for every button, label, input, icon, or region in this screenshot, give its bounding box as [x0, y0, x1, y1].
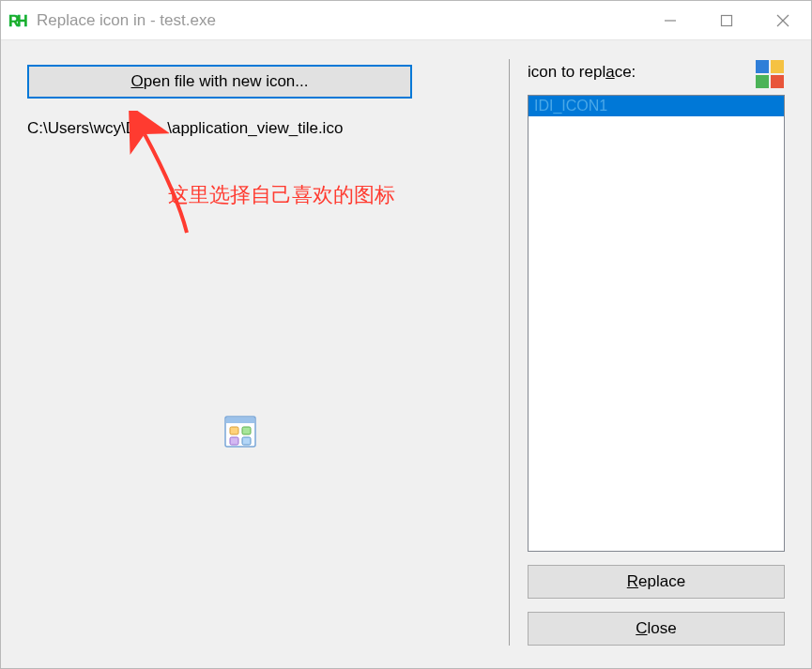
maximize-button[interactable]	[698, 1, 755, 39]
file-path-label: C:\Users\wcy\Des...\application_view_til…	[27, 119, 489, 138]
icon-to-replace-label: icon to replace:	[528, 59, 636, 82]
window: R H Replace icon in - test.exe Open file…	[0, 0, 812, 669]
close-button[interactable]: Close	[528, 612, 785, 646]
annotation-text: 这里选择自己喜欢的图标	[168, 181, 395, 209]
right-header: icon to replace:	[528, 59, 785, 89]
icon-preview	[224, 416, 256, 448]
titlebar: R H Replace icon in - test.exe	[1, 1, 811, 40]
svg-rect-7	[226, 418, 254, 423]
svg-rect-11	[242, 437, 251, 445]
replace-button-label: Replace	[627, 572, 685, 591]
open-file-button[interactable]: Open file with new icon...	[27, 65, 412, 99]
app-icon: R H	[8, 10, 29, 31]
icon-listbox[interactable]: IDI_ICON1	[528, 95, 785, 552]
svg-rect-13	[771, 60, 784, 73]
content-area: Open file with new icon... C:\Users\wcy\…	[1, 40, 811, 668]
close-window-button[interactable]	[755, 1, 811, 39]
svg-rect-15	[771, 75, 784, 88]
svg-rect-3	[722, 15, 732, 25]
svg-text:H: H	[17, 13, 28, 29]
window-controls	[642, 1, 811, 39]
svg-rect-9	[242, 427, 251, 434]
minimize-button[interactable]	[642, 1, 698, 39]
vertical-divider	[509, 59, 510, 646]
svg-rect-10	[230, 437, 238, 445]
list-item[interactable]: IDI_ICON1	[529, 96, 784, 116]
current-icon	[755, 59, 785, 89]
window-title: Replace icon in - test.exe	[37, 11, 642, 30]
right-pane: icon to replace: IDI_ICON1 Replace Close	[513, 59, 785, 646]
close-button-label: Close	[636, 619, 676, 638]
left-pane: Open file with new icon... C:\Users\wcy\…	[27, 59, 506, 646]
svg-rect-8	[230, 427, 238, 434]
svg-rect-12	[756, 60, 769, 73]
open-file-button-label: Open file with new icon...	[131, 72, 309, 91]
replace-button[interactable]: Replace	[528, 565, 785, 599]
svg-rect-14	[756, 75, 769, 88]
